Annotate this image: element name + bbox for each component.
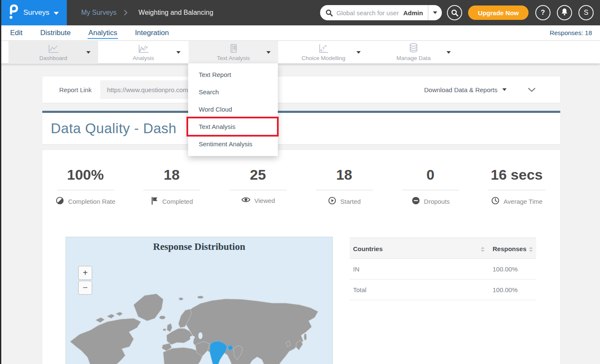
- stat-completed: 18 Completed: [129, 166, 215, 207]
- dashboard-card: 100% Completion Rate 18 Completed 25: [42, 150, 560, 364]
- surveys-product-menu[interactable]: Surveys: [0, 0, 67, 25]
- breadcrumb-current: Weighting and Balancing: [139, 9, 214, 16]
- nav-item-analytics[interactable]: Analytics: [88, 27, 118, 39]
- tab-label: Manage Data: [396, 55, 430, 61]
- stat-label: Viewed: [255, 197, 275, 204]
- tab-label: Choice Modelling: [301, 55, 345, 61]
- map-zoom-out-button[interactable]: −: [78, 281, 92, 295]
- chevron-down-icon[interactable]: [447, 51, 451, 54]
- breadcrumb-parent[interactable]: My Surveys: [81, 9, 117, 16]
- country-cell: IN: [353, 259, 359, 279]
- app-window: Surveys My Surveys Weighting and Balanci…: [0, 0, 600, 364]
- line-chart-icon: [47, 44, 59, 54]
- column-header-countries[interactable]: Countries: [353, 238, 383, 259]
- chevron-right-icon: [123, 9, 128, 16]
- survey-stats-row: 100% Completion Rate 18 Completed 25: [42, 166, 560, 207]
- stat-average-time: 16 secs Average Time: [474, 166, 560, 207]
- stat-value: 100%: [42, 166, 129, 183]
- minus-circle-icon: [411, 196, 420, 207]
- menu-item-text-analysis[interactable]: Text Analysis: [188, 118, 278, 135]
- survey-nav: Edit Distribute Analytics Integration Re…: [0, 25, 600, 41]
- stat-label: Started: [340, 198, 361, 205]
- chevron-down-icon[interactable]: [176, 51, 181, 54]
- tab-label: Analysis: [133, 55, 154, 61]
- stat-completion-rate: 100% Completion Rate: [42, 166, 129, 207]
- nav-item-distribute[interactable]: Distribute: [39, 27, 71, 39]
- tab-analysis[interactable]: Analysis: [99, 41, 188, 64]
- trend-chart-icon: [137, 44, 149, 54]
- search-scope-selector[interactable]: Admin: [403, 9, 428, 16]
- menu-item-word-cloud[interactable]: Word Cloud: [188, 101, 278, 118]
- map-title: Response Distribution: [66, 241, 332, 252]
- table-header: Countries Responses: [350, 238, 536, 259]
- chevron-down-icon[interactable]: [266, 51, 271, 54]
- stat-value: 0: [387, 166, 474, 183]
- tab-dashboard[interactable]: Dashboard: [8, 41, 98, 64]
- tab-text-analysis[interactable]: Text Analysis: [189, 41, 278, 64]
- search-input[interactable]: [337, 9, 403, 16]
- stat-label: Average Time: [504, 198, 542, 205]
- tab-choice-modelling[interactable]: Choice Modelling: [279, 41, 368, 64]
- menu-item-search[interactable]: Search: [188, 83, 278, 101]
- nav-item-edit[interactable]: Edit: [9, 27, 23, 39]
- global-search: Admin: [320, 5, 442, 20]
- table-row: Total 100.00%: [350, 279, 536, 300]
- questionpro-logo-icon: [8, 3, 19, 22]
- search-button[interactable]: [447, 5, 462, 20]
- download-label: Download Data & Reports: [424, 86, 497, 93]
- chevron-down-icon: [433, 11, 437, 14]
- stat-value: 16 secs: [474, 166, 560, 183]
- menu-item-text-report[interactable]: Text Report: [188, 66, 278, 83]
- report-link-bar: Report Link Download Data & Reports: [42, 77, 560, 103]
- column-header-responses[interactable]: Responses: [493, 238, 526, 259]
- play-circle-icon: [328, 196, 337, 207]
- flag-icon: [151, 196, 159, 207]
- menu-item-sentiment-analysis[interactable]: Sentiment Analysis: [188, 135, 278, 153]
- responses-cell: 100.00%: [493, 279, 518, 300]
- product-label: Surveys: [23, 8, 49, 17]
- search-icon: [326, 9, 333, 16]
- chevron-down-icon: [54, 12, 59, 15]
- breadcrumb: My Surveys Weighting and Balancing: [81, 9, 213, 16]
- chevron-down-icon[interactable]: [356, 51, 361, 54]
- table-row: IN 100.00%: [350, 259, 536, 279]
- help-button[interactable]: ?: [535, 5, 551, 20]
- notifications-button[interactable]: [557, 5, 572, 20]
- clock-icon: [491, 196, 500, 207]
- bell-icon: [561, 8, 568, 17]
- collapse-section-button[interactable]: [528, 77, 536, 103]
- upgrade-now-button[interactable]: Upgrade Now: [468, 5, 529, 20]
- eye-icon: [241, 196, 251, 205]
- tab-manage-data[interactable]: Manage Data: [369, 41, 458, 64]
- report-link-label: Report Link: [59, 77, 92, 103]
- scope-caret-button[interactable]: [428, 11, 442, 14]
- text-analysis-dropdown-menu: Text Report Search Word Cloud Text Analy…: [188, 63, 278, 156]
- database-icon: [408, 44, 419, 54]
- world-map[interactable]: [66, 237, 333, 364]
- stat-value: 18: [129, 166, 215, 183]
- map-zoom-in-button[interactable]: +: [78, 266, 92, 280]
- download-data-reports-menu[interactable]: Download Data & Reports: [424, 77, 507, 103]
- avatar[interactable]: S: [578, 5, 594, 20]
- contrast-icon: [55, 196, 64, 207]
- window-edge: [0, 0, 1, 364]
- sort-icon[interactable]: [481, 246, 485, 254]
- stat-label: Completion Rate: [68, 198, 115, 205]
- tab-label: Dashboard: [39, 55, 67, 61]
- chevron-down-icon: [502, 88, 507, 91]
- analytics-toolbar: Dashboard Analysis Text Analysis Choice …: [0, 41, 600, 63]
- top-bar: Surveys My Surveys Weighting and Balanci…: [0, 0, 600, 25]
- stat-dropouts: 0 Dropouts: [387, 166, 474, 207]
- responses-cell: 100.00%: [493, 259, 518, 279]
- stat-started: 18 Started: [301, 166, 387, 207]
- stat-viewed: 25 Viewed: [215, 166, 301, 207]
- chevron-down-icon[interactable]: [86, 51, 90, 54]
- response-distribution-map: Response Distribution + −: [66, 237, 333, 364]
- nav-item-integration[interactable]: Integration: [134, 27, 170, 39]
- dashboard-title-card: Data Quality - Dash: [42, 111, 560, 144]
- sort-icon[interactable]: [529, 246, 533, 254]
- tab-label: Text Analysis: [217, 55, 250, 61]
- countries-table: Countries Responses IN 100.00% Total 100…: [350, 238, 536, 300]
- text-report-icon: [228, 44, 238, 54]
- country-cell: Total: [353, 279, 367, 300]
